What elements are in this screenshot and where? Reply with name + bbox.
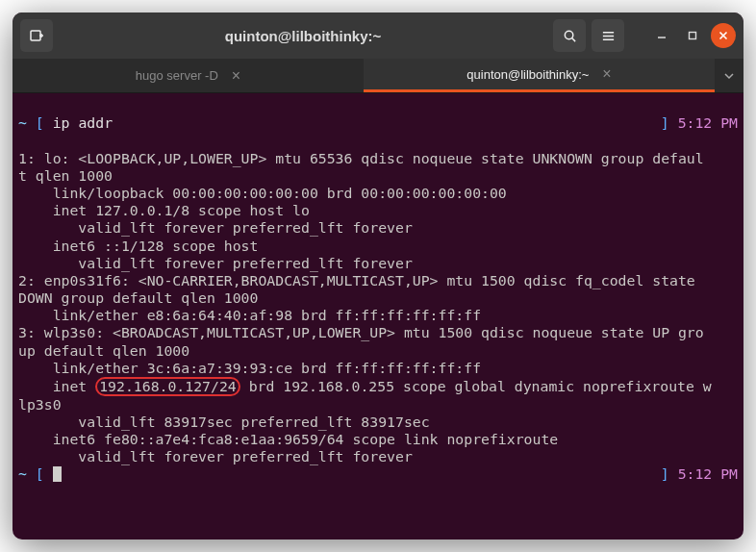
close-icon bbox=[718, 31, 728, 40]
output-line: inet6 ::1/128 scope host bbox=[18, 238, 258, 254]
svg-rect-9 bbox=[690, 33, 696, 39]
prompt-cwd: ~ bbox=[18, 114, 27, 131]
terminal-body[interactable]: ~ [ ip addr] 5:12 PM 1: lo: <LOOPBACK,UP… bbox=[13, 93, 743, 539]
output-line: inet 127.0.0.1/8 scope host lo bbox=[18, 202, 310, 218]
output-line: inet 192.168.0.127/24 brd 192.168.0.255 … bbox=[18, 378, 712, 394]
tab-close-icon[interactable]: × bbox=[602, 65, 611, 83]
output-line: valid_lft forever preferred_lft forever bbox=[18, 448, 413, 464]
cursor bbox=[53, 466, 62, 482]
tab-label: quinton@lilboithinky:~ bbox=[466, 67, 589, 82]
search-icon bbox=[563, 29, 577, 43]
search-button[interactable] bbox=[553, 19, 586, 52]
command-text: ip addr bbox=[53, 114, 113, 131]
new-tab-button[interactable] bbox=[20, 19, 53, 52]
output-line: 3: wlp3s0: <BROADCAST,MULTICAST,UP,LOWER… bbox=[18, 324, 704, 340]
titlebar: quinton@lilboithinky:~ bbox=[13, 13, 743, 59]
prompt-open-bracket: [ bbox=[36, 114, 44, 131]
tab-shell[interactable]: quinton@lilboithinky:~ × bbox=[364, 59, 715, 92]
prompt-close-bracket: ] bbox=[661, 114, 669, 131]
output-line: up default qlen 1000 bbox=[18, 342, 189, 359]
prompt-line-1: ~ [ ip addr] 5:12 PM bbox=[18, 114, 738, 132]
prompt-time: 5:12 PM bbox=[678, 465, 738, 482]
tab-dropdown-button[interactable] bbox=[715, 59, 743, 92]
output-line: valid_lft 83917sec preferred_lft 83917se… bbox=[18, 414, 430, 430]
output-line: 1: lo: <LOOPBACK,UP,LOWER_UP> mtu 65536 … bbox=[18, 150, 704, 166]
svg-line-4 bbox=[571, 38, 574, 40]
svg-rect-0 bbox=[31, 31, 40, 40]
prompt-open-bracket: [ bbox=[36, 465, 44, 482]
output-line: inet6 fe80::a7e4:fca8:e1aa:9659/64 scope… bbox=[18, 431, 558, 447]
new-tab-icon bbox=[29, 28, 44, 43]
output-line: 2: enp0s31f6: <NO-CARRIER,BROADCAST,MULT… bbox=[18, 272, 704, 289]
output-line: t qlen 1000 bbox=[18, 167, 113, 184]
output-line: lp3s0 bbox=[18, 396, 62, 413]
output-line: link/loopback 00:00:00:00:00:00 brd 00:0… bbox=[18, 185, 507, 201]
tab-bar: hugo server -D × quinton@lilboithinky:~ … bbox=[13, 59, 743, 93]
prompt-cwd: ~ bbox=[18, 465, 27, 482]
output-line: valid_lft forever preferred_lft forever bbox=[18, 219, 413, 236]
close-button[interactable] bbox=[711, 23, 736, 48]
window-title: quinton@lilboithinky:~ bbox=[61, 28, 545, 44]
prompt-line-2: ~ [ ] 5:12 PM bbox=[18, 465, 738, 483]
svg-point-3 bbox=[565, 31, 572, 38]
chevron-down-icon bbox=[724, 71, 734, 81]
tab-hugo[interactable]: hugo server -D × bbox=[13, 59, 364, 92]
highlighted-ip: 192.168.0.127/24 bbox=[95, 377, 240, 396]
hamburger-icon bbox=[601, 29, 616, 43]
output-line: link/ether 3c:6a:a7:39:93:ce brd ff:ff:f… bbox=[18, 360, 481, 376]
prompt-close-bracket: ] bbox=[661, 465, 669, 482]
output-line: valid_lft forever preferred_lft forever bbox=[18, 255, 413, 271]
tab-close-icon[interactable]: × bbox=[232, 67, 240, 85]
prompt-time: 5:12 PM bbox=[678, 114, 738, 131]
terminal-window: quinton@lilboithinky:~ hugo server -D × bbox=[13, 13, 743, 539]
menu-button[interactable] bbox=[592, 19, 624, 52]
output-line: link/ether e8:6a:64:40:af:98 brd ff:ff:f… bbox=[18, 307, 481, 323]
maximize-icon bbox=[688, 31, 697, 40]
minimize-icon bbox=[657, 31, 667, 40]
minimize-button[interactable] bbox=[649, 23, 674, 48]
output-line: DOWN group default qlen 1000 bbox=[18, 289, 258, 306]
maximize-button[interactable] bbox=[680, 23, 705, 48]
tab-label: hugo server -D bbox=[136, 68, 218, 83]
